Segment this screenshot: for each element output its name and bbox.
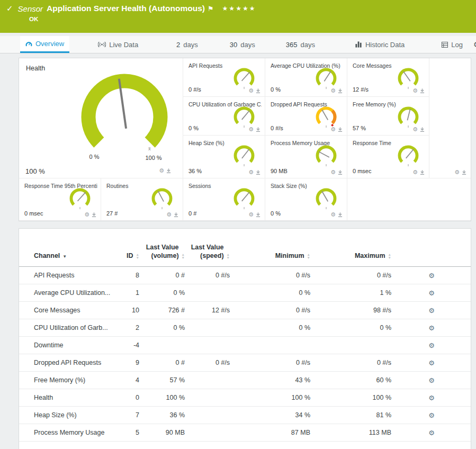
column-header-last-value[interactable]: Last Value(volume)▲▼ (139, 229, 185, 267)
gear-icon[interactable]: ⚙ (159, 168, 164, 174)
channel-settings-gear-icon[interactable]: ⚙ (428, 342, 435, 349)
channel-minimum (230, 337, 310, 354)
gauge-tile: Dropped API Requests0 #/s⚙ (265, 97, 347, 136)
gauge-actions: ⚙ (166, 212, 178, 218)
gauge-actions: ⚙ (248, 88, 261, 94)
gear-icon[interactable]: ⚙ (330, 88, 336, 94)
flag-icon[interactable]: ⚑ (208, 5, 214, 13)
column-header-channel[interactable]: Channel▼ (19, 229, 114, 267)
gauge-value: 100 % (25, 167, 45, 175)
download-icon[interactable] (256, 212, 261, 217)
channel-settings-gear-icon[interactable]: ⚙ (428, 289, 435, 297)
tab-overview[interactable]: Overview (20, 36, 69, 53)
tab-label: Live Data (109, 41, 138, 49)
download-icon[interactable] (462, 170, 466, 175)
tab-number: 2 (176, 41, 180, 49)
tab-live-data[interactable]: Live Data (93, 36, 143, 53)
sort-icons[interactable]: ▲▼ (136, 253, 139, 260)
channel-name: API Requests (19, 267, 114, 284)
download-icon[interactable] (256, 127, 261, 132)
channel-last-value-volume: 90 MB (139, 424, 185, 442)
tab-historic-data[interactable]: Historic Data (350, 36, 410, 53)
download-icon[interactable] (420, 127, 425, 132)
download-icon[interactable] (166, 168, 171, 173)
gauge-value: 0 msec (353, 168, 371, 174)
tab-label: days (300, 41, 315, 49)
gauge-grid: Health x̄0 %100 % 100 % ⚙ ⚙ API Requests… (19, 58, 471, 221)
sort-icons[interactable]: ▲▼ (227, 253, 230, 260)
tab-365-days[interactable]: 365days (281, 36, 320, 53)
tab-2-days[interactable]: 2days (171, 36, 203, 53)
gear-icon[interactable]: ⚙ (248, 212, 254, 218)
column-header-actions (391, 229, 471, 267)
sort-icons[interactable]: ▲▼ (182, 253, 185, 260)
gauge-actions: ⚙ (84, 212, 96, 218)
download-icon[interactable] (420, 170, 425, 175)
gear-icon[interactable]: ⚙ (330, 212, 336, 218)
gear-icon[interactable]: ⚙ (330, 169, 336, 175)
tab-settings[interactable]: ⚙Settings (468, 36, 476, 53)
channel-settings-gear-icon[interactable]: ⚙ (428, 324, 435, 332)
channel-settings-gear-icon[interactable]: ⚙ (428, 307, 435, 315)
gear-icon[interactable]: ⚙ (84, 212, 89, 218)
download-icon[interactable] (338, 88, 343, 93)
channel-last-value-speed: 0 #/s (185, 354, 230, 372)
tab-bar: OverviewLive Data2days30days365daysHisto… (0, 36, 476, 53)
tab-label: days (183, 41, 197, 49)
channel-settings-gear-icon[interactable]: ⚙ (428, 376, 435, 384)
download-icon[interactable] (338, 212, 343, 217)
sort-icons[interactable]: ▲▼ (388, 253, 391, 260)
gear-icon[interactable]: ⚙ (248, 88, 254, 94)
download-icon[interactable] (338, 127, 343, 132)
gear-icon[interactable]: ⚙ (166, 212, 172, 218)
column-header-minimum[interactable]: Minimum▲▼ (230, 229, 310, 267)
channel-id: 0 (114, 389, 139, 407)
channel-last-value-volume: 57 % (139, 372, 185, 389)
channel-settings-gear-icon[interactable]: ⚙ (428, 272, 435, 280)
channel-maximum: 0 #/s (310, 267, 391, 284)
channel-id: 10 (114, 302, 139, 319)
gauge-actions: ⚙ (330, 169, 343, 175)
channel-settings-gear-icon[interactable]: ⚙ (428, 411, 435, 419)
gear-icon[interactable]: ⚙ (454, 169, 460, 175)
channel-last-value-volume: 0 # (139, 267, 185, 284)
channel-last-value-volume: 0 % (139, 284, 185, 302)
download-icon[interactable] (338, 170, 343, 175)
download-icon[interactable] (92, 212, 96, 217)
channel-id: 7 (114, 407, 139, 424)
gauge-actions: ⚙ (248, 212, 261, 218)
channel-settings-gear-icon[interactable]: ⚙ (428, 394, 435, 402)
sort-caret-icon[interactable]: ▼ (62, 254, 67, 260)
gear-icon[interactable]: ⚙ (412, 169, 418, 175)
gauge-actions: ⚙ (248, 169, 261, 175)
channel-settings-gear-icon[interactable]: ⚙ (428, 429, 435, 437)
gear-icon[interactable]: ⚙ (412, 88, 418, 94)
tab-number: 30 (230, 41, 237, 49)
channel-name: Process Memory Usage (19, 424, 114, 442)
gauge-min-label: 0 % (89, 154, 100, 160)
channels-table-body: API Requests80 #0 #/s0 #/s0 #/s⚙Average … (19, 267, 471, 442)
channels-table-head: Channel▼ID▲▼Last Value(volume)▲▼Last Val… (19, 229, 471, 267)
tab-log[interactable]: Log (436, 36, 468, 53)
gauge-dial (312, 185, 340, 211)
gear-icon[interactable]: ⚙ (248, 127, 254, 132)
channels-panel: Channel▼ID▲▼Last Value(volume)▲▼Last Val… (19, 228, 471, 449)
health-gauge-tile: Health x̄0 %100 % 100 % ⚙ (19, 58, 183, 178)
gear-icon[interactable]: ⚙ (248, 169, 254, 175)
tab-30-days[interactable]: 30days (224, 36, 261, 53)
download-icon[interactable] (256, 88, 261, 93)
gauge-value: 0 #/s (271, 125, 283, 131)
gear-icon[interactable]: ⚙ (330, 127, 336, 132)
gauge-dial (148, 185, 176, 211)
gauge-actions: ⚙ (248, 127, 261, 132)
channel-settings-gear-icon[interactable]: ⚙ (428, 359, 435, 367)
column-header-last-value[interactable]: Last Value(speed)▲▼ (185, 229, 230, 267)
column-header-id[interactable]: ID▲▼ (114, 229, 139, 267)
gear-icon[interactable]: ⚙ (412, 127, 418, 132)
download-icon[interactable] (420, 88, 425, 93)
download-icon[interactable] (174, 212, 178, 217)
column-header-maximum[interactable]: Maximum▲▼ (310, 229, 391, 267)
download-icon[interactable] (256, 170, 261, 175)
priority-stars[interactable]: ★★★★★ (222, 5, 256, 12)
sort-icons[interactable]: ▲▼ (307, 253, 310, 260)
